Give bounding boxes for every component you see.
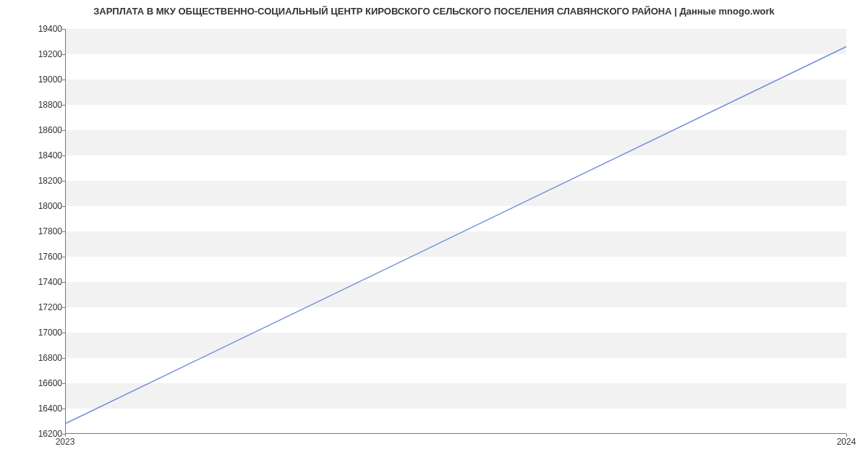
x-tick-mark — [846, 434, 847, 437]
y-tick-label: 18600 — [4, 125, 62, 135]
y-tick-mark — [62, 80, 65, 80]
plot-area — [65, 29, 846, 434]
y-tick-label: 19400 — [4, 24, 62, 34]
y-tick-label: 16200 — [4, 429, 62, 439]
y-tick-mark — [62, 29, 65, 30]
y-tick-label: 16600 — [4, 378, 62, 388]
x-tick-mark — [65, 434, 66, 437]
y-tick-label: 18000 — [4, 201, 62, 211]
y-tick-mark — [62, 130, 65, 131]
y-tick-label: 17400 — [4, 277, 62, 287]
y-tick-label: 17000 — [4, 328, 62, 338]
y-tick-mark — [62, 54, 65, 55]
y-tick-label: 19200 — [4, 49, 62, 59]
y-tick-mark — [62, 231, 65, 232]
x-tick-label: 2023 — [56, 437, 75, 447]
y-tick-mark — [62, 409, 65, 409]
y-tick-mark — [62, 155, 65, 156]
y-tick-mark — [62, 257, 65, 257]
x-tick-label: 2024 — [837, 437, 856, 447]
series-line — [65, 47, 846, 424]
y-tick-label: 19000 — [4, 74, 62, 85]
y-tick-label: 16800 — [4, 353, 62, 363]
y-tick-mark — [62, 358, 65, 359]
y-tick-label: 18200 — [4, 176, 62, 186]
y-tick-mark — [62, 105, 65, 106]
y-tick-label: 17800 — [4, 226, 62, 236]
y-tick-mark — [62, 333, 65, 333]
y-tick-mark — [62, 206, 65, 207]
y-tick-label: 18800 — [4, 100, 62, 110]
y-tick-mark — [62, 282, 65, 283]
y-tick-label: 18400 — [4, 150, 62, 161]
y-tick-mark — [62, 383, 65, 384]
y-tick-label: 16400 — [4, 403, 62, 414]
chart-title: ЗАРПЛАТА В МКУ ОБЩЕСТВЕННО-СОЦИАЛЬНЫЙ ЦЕ… — [0, 6, 868, 17]
line-layer — [65, 29, 846, 434]
y-tick-mark — [62, 307, 65, 308]
y-tick-mark — [62, 181, 65, 181]
y-tick-label: 17200 — [4, 302, 62, 312]
y-tick-label: 17600 — [4, 252, 62, 262]
